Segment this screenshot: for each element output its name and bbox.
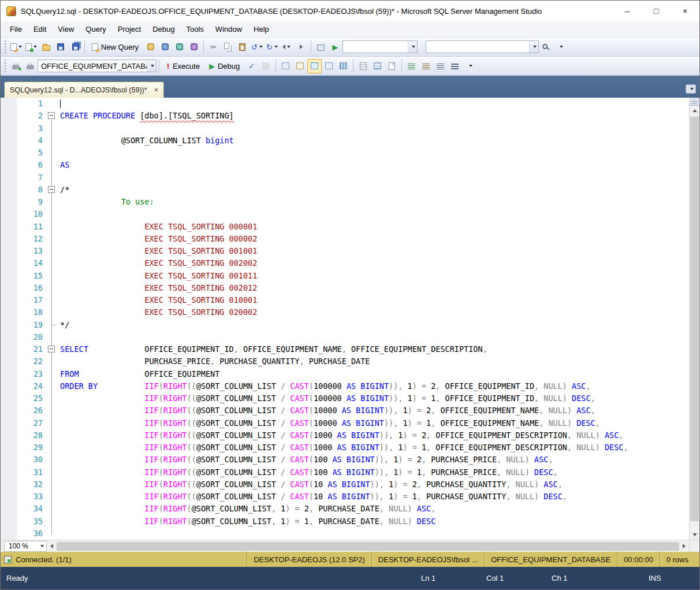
code-text[interactable]: EXEC TSQL_SORTING 002012 xyxy=(58,282,689,294)
menu-project[interactable]: Project xyxy=(112,23,147,36)
indicator-margin[interactable] xyxy=(1,454,17,466)
code-text[interactable]: EXEC TSQL_SORTING 020002 xyxy=(58,306,689,318)
code-text[interactable]: EXEC TSQL_SORTING 000002 xyxy=(58,233,689,245)
code-text[interactable]: IIF(RIGHT((@SORT_COLUMN_LIST / CAST(1000… xyxy=(58,405,689,417)
indicator-margin[interactable] xyxy=(1,478,17,491)
line-number[interactable]: 11 xyxy=(17,221,46,233)
indicator-margin[interactable] xyxy=(1,110,17,122)
vertical-scrollbar[interactable] xyxy=(689,98,699,540)
code-line[interactable]: 5 xyxy=(1,147,689,159)
code-text[interactable] xyxy=(58,331,689,343)
code-line[interactable]: 15 EXEC TSQL_SORTING 001011 xyxy=(1,270,689,282)
collapse-toggle-icon[interactable] xyxy=(48,346,55,352)
code-line[interactable]: 33 IIF(RIGHT((@SORT_COLUMN_LIST / CAST(1… xyxy=(1,491,689,503)
indicator-margin[interactable] xyxy=(1,417,17,429)
code-text[interactable]: IIF(RIGHT((@SORT_COLUMN_LIST / CAST(1000… xyxy=(58,441,689,454)
indicator-margin[interactable] xyxy=(1,245,17,257)
code-pane[interactable]: 12CREATE PROCEDURE [dbo].[TSQL_SORTING]3… xyxy=(1,98,689,540)
code-line[interactable]: 24ORDER BY IIF(RIGHT((@SORT_COLUMN_LIST … xyxy=(1,380,689,392)
horizontal-scroll-thumb[interactable] xyxy=(57,542,679,551)
debug-button[interactable]: ▶Debug xyxy=(204,59,244,73)
code-line[interactable]: 19*/ xyxy=(1,319,689,331)
indicator-margin[interactable] xyxy=(1,270,17,282)
line-number[interactable]: 19 xyxy=(17,319,46,331)
line-number[interactable]: 3 xyxy=(17,123,46,135)
code-line[interactable]: 22 PURCHASE_PRICE, PURCHASE_QUANTITY, PU… xyxy=(1,355,689,368)
uncomment-button[interactable] xyxy=(419,59,433,73)
new-item-menu-button[interactable] xyxy=(24,40,39,54)
line-number[interactable]: 24 xyxy=(17,380,46,392)
indicator-margin[interactable] xyxy=(1,466,17,478)
line-number[interactable]: 16 xyxy=(17,282,46,294)
results-to-grid-button[interactable] xyxy=(370,59,385,73)
indicator-margin[interactable] xyxy=(1,147,17,159)
code-line[interactable]: 8/* xyxy=(1,184,689,196)
code-text[interactable]: IIF(RIGHT(@SORT_COLUMN_LIST, 1) = 1, PUR… xyxy=(58,515,689,528)
indicator-margin[interactable] xyxy=(1,380,17,392)
code-line[interactable]: 35 IIF(RIGHT(@SORT_COLUMN_LIST, 1) = 1, … xyxy=(1,515,689,528)
execute-button[interactable]: !Execute xyxy=(162,59,204,73)
code-text[interactable]: ORDER BY IIF(RIGHT((@SORT_COLUMN_LIST / … xyxy=(58,380,689,392)
indicator-margin[interactable] xyxy=(1,282,17,294)
code-line[interactable]: 31 IIF(RIGHT((@SORT_COLUMN_LIST / CAST(1… xyxy=(1,466,689,478)
code-line[interactable]: 7 xyxy=(1,172,689,184)
line-number[interactable]: 7 xyxy=(17,172,46,184)
code-line[interactable]: 12 EXEC TSQL_SORTING 000002 xyxy=(1,233,689,245)
indicator-margin[interactable] xyxy=(1,528,17,540)
line-number[interactable]: 18 xyxy=(17,306,46,318)
code-line[interactable]: 3 xyxy=(1,123,689,135)
results-to-file-button[interactable] xyxy=(385,59,399,73)
save-button[interactable] xyxy=(53,40,68,54)
line-number[interactable]: 6 xyxy=(17,159,46,171)
indicator-margin[interactable] xyxy=(1,355,17,368)
indicator-margin[interactable] xyxy=(1,135,17,147)
indicator-margin[interactable] xyxy=(1,172,17,184)
indicator-margin[interactable] xyxy=(1,294,17,306)
indicator-margin[interactable] xyxy=(1,98,17,110)
indicator-margin[interactable] xyxy=(1,429,17,441)
code-text[interactable]: To use: xyxy=(58,196,689,208)
code-text[interactable]: SELECT OFFICE_EQUIPMENT_ID, OFFICE_EQUIP… xyxy=(58,343,689,355)
splitter-handle[interactable] xyxy=(690,98,699,106)
increase-indent-button[interactable] xyxy=(448,59,462,73)
tab-close-icon[interactable]: × xyxy=(154,86,159,94)
tab-sqlquery12[interactable]: SQLQuery12.sql - D...ADEOJS\fbsol (59))*… xyxy=(4,81,164,98)
code-text[interactable]: AS xyxy=(58,159,689,171)
indicator-margin[interactable] xyxy=(1,392,17,405)
code-text[interactable]: IIF(RIGHT((@SORT_COLUMN_LIST / CAST(10 A… xyxy=(58,478,689,491)
include-client-statistics-button[interactable] xyxy=(336,59,351,73)
code-line[interactable]: 17 EXEC TSQL_SORTING 010001 xyxy=(1,294,689,306)
menu-view[interactable]: View xyxy=(52,23,80,36)
comment-button[interactable] xyxy=(404,59,419,73)
code-line[interactable]: 4 @SORT_COLUMN_LIST bigint xyxy=(1,135,689,147)
line-number[interactable]: 27 xyxy=(17,417,46,429)
code-text[interactable]: @SORT_COLUMN_LIST bigint xyxy=(58,135,689,147)
indicator-margin[interactable] xyxy=(1,405,17,417)
combo-dropdown-button[interactable] xyxy=(147,60,156,72)
line-number[interactable]: 8 xyxy=(17,184,46,196)
indicator-margin[interactable] xyxy=(1,221,17,233)
code-text[interactable]: EXEC TSQL_SORTING 001011 xyxy=(58,270,689,282)
code-text[interactable] xyxy=(58,123,689,135)
save-all-button[interactable] xyxy=(68,40,82,54)
xmla-query-button[interactable] xyxy=(187,40,201,54)
code-line[interactable]: 29 IIF(RIGHT((@SORT_COLUMN_LIST / CAST(1… xyxy=(1,441,689,454)
menu-tools[interactable]: Tools xyxy=(181,23,210,36)
line-number[interactable]: 14 xyxy=(17,257,46,269)
code-text[interactable]: IIF(RIGHT((@SORT_COLUMN_LIST / CAST(1000… xyxy=(58,392,689,405)
line-number[interactable]: 29 xyxy=(17,441,46,454)
menu-query[interactable]: Query xyxy=(80,23,111,36)
code-line[interactable]: 9 To use: xyxy=(1,196,689,208)
code-text[interactable]: IIF(RIGHT((@SORT_COLUMN_LIST / CAST(100 … xyxy=(58,454,689,466)
cancel-query-button[interactable] xyxy=(259,59,273,73)
code-text[interactable]: FROM OFFICE_EQUIPMENT xyxy=(58,368,689,380)
line-number[interactable]: 33 xyxy=(17,491,46,503)
code-text[interactable] xyxy=(58,528,689,540)
indicator-margin[interactable] xyxy=(1,208,17,220)
change-connection-button[interactable] xyxy=(23,59,38,73)
collapse-toggle-icon[interactable] xyxy=(48,186,55,193)
indicator-margin[interactable] xyxy=(1,159,17,171)
indicator-margin[interactable] xyxy=(1,368,17,380)
connect-button[interactable] xyxy=(9,59,23,73)
new-query-button[interactable]: New Query xyxy=(87,40,143,54)
